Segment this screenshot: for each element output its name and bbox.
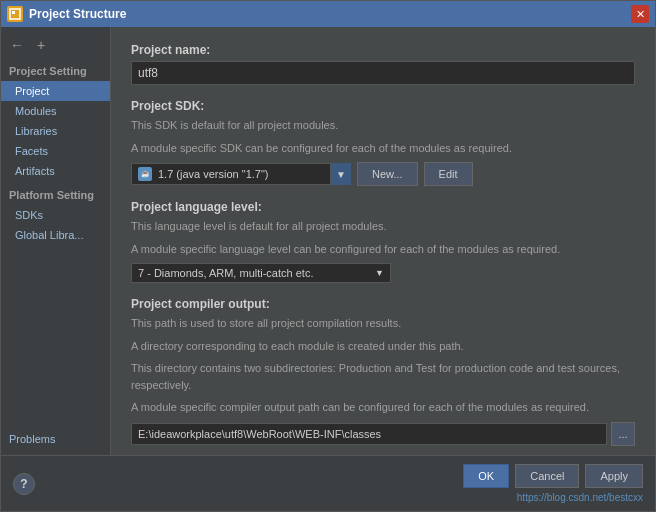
sdk-select-wrapper: ☕ 1.7 (java version "1.7") ▼ xyxy=(131,163,351,185)
cancel-button[interactable]: Cancel xyxy=(515,464,579,488)
compiler-desc2: A directory corresponding to each module… xyxy=(131,338,635,355)
compiler-output-input[interactable] xyxy=(131,423,607,445)
help-button[interactable]: ? xyxy=(13,473,35,495)
platform-setting-label: Platform Setting xyxy=(1,185,110,205)
sdk-desc2: A module specific SDK can be configured … xyxy=(131,140,635,157)
sidebar-item-global-libraries[interactable]: Global Libra... xyxy=(1,225,110,245)
svg-rect-1 xyxy=(12,11,15,14)
footer-buttons: OK Cancel Apply xyxy=(463,464,643,488)
lang-select-arrow: ▼ xyxy=(375,268,384,278)
lang-desc1: This language level is default for all p… xyxy=(131,218,635,235)
sdk-row: ☕ 1.7 (java version "1.7") ▼ New... Edit xyxy=(131,162,635,186)
project-name-input[interactable] xyxy=(131,61,635,85)
forward-button[interactable]: + xyxy=(31,35,51,55)
project-name-group: Project name: xyxy=(131,43,635,85)
sidebar-item-project[interactable]: Project xyxy=(1,81,110,101)
watermark: https://blog.csdn.net/bestcxx xyxy=(517,492,643,503)
project-structure-dialog: Project Structure ✕ ← + Project Setting … xyxy=(0,0,656,512)
compiler-desc4: A module specific compiler output path c… xyxy=(131,399,635,416)
project-sdk-group: Project SDK: This SDK is default for all… xyxy=(131,99,635,186)
sdk-icon: ☕ xyxy=(138,167,152,181)
compiler-desc1: This path is used to store all project c… xyxy=(131,315,635,332)
apply-button[interactable]: Apply xyxy=(585,464,643,488)
project-sdk-label: Project SDK: xyxy=(131,99,635,113)
language-level-label: Project language level: xyxy=(131,200,635,214)
sdk-dropdown-arrow[interactable]: ▼ xyxy=(331,163,351,185)
sdk-select[interactable]: ☕ 1.7 (java version "1.7") xyxy=(131,163,331,185)
output-row: ... xyxy=(131,422,635,446)
language-level-select[interactable]: 7 - Diamonds, ARM, multi-catch etc. ▼ xyxy=(131,263,391,283)
browse-button[interactable]: ... xyxy=(611,422,635,446)
content-area: Project name: Project SDK: This SDK is d… xyxy=(111,27,655,455)
sidebar-item-sdks[interactable]: SDKs xyxy=(1,205,110,225)
sidebar: ← + Project Setting Project Modules Libr… xyxy=(1,27,111,455)
ok-button[interactable]: OK xyxy=(463,464,509,488)
sidebar-item-libraries[interactable]: Libraries xyxy=(1,121,110,141)
language-level-group: Project language level: This language le… xyxy=(131,200,635,283)
compiler-output-label: Project compiler output: xyxy=(131,297,635,311)
main-content: ← + Project Setting Project Modules Libr… xyxy=(1,27,655,455)
project-name-label: Project name: xyxy=(131,43,635,57)
title-bar: Project Structure ✕ xyxy=(1,1,655,27)
sidebar-item-facets[interactable]: Facets xyxy=(1,141,110,161)
compiler-desc3: This directory contains two subdirectori… xyxy=(131,360,635,393)
footer-right-wrapper: OK Cancel Apply https://blog.csdn.net/be… xyxy=(463,464,643,503)
sdk-desc1: This SDK is default for all project modu… xyxy=(131,117,635,134)
sidebar-item-modules[interactable]: Modules xyxy=(1,101,110,121)
sidebar-item-artifacts[interactable]: Artifacts xyxy=(1,161,110,181)
project-setting-label: Project Setting xyxy=(1,61,110,81)
sidebar-toolbar: ← + xyxy=(1,33,110,61)
dialog-title: Project Structure xyxy=(29,7,631,21)
sidebar-item-problems[interactable]: Problems xyxy=(1,429,110,449)
app-icon xyxy=(7,6,23,22)
footer: ? OK Cancel Apply https://blog.csdn.net/… xyxy=(1,455,655,511)
sdk-edit-button[interactable]: Edit xyxy=(424,162,473,186)
footer-left: ? xyxy=(13,473,35,495)
back-button[interactable]: ← xyxy=(7,35,27,55)
sdk-value: 1.7 (java version "1.7") xyxy=(158,168,269,180)
lang-select-value: 7 - Diamonds, ARM, multi-catch etc. xyxy=(138,267,313,279)
sdk-new-button[interactable]: New... xyxy=(357,162,418,186)
compiler-output-group: Project compiler output: This path is us… xyxy=(131,297,635,446)
language-select-wrapper: 7 - Diamonds, ARM, multi-catch etc. ▼ xyxy=(131,263,635,283)
lang-desc2: A module specific language level can be … xyxy=(131,241,635,258)
close-button[interactable]: ✕ xyxy=(631,5,649,23)
